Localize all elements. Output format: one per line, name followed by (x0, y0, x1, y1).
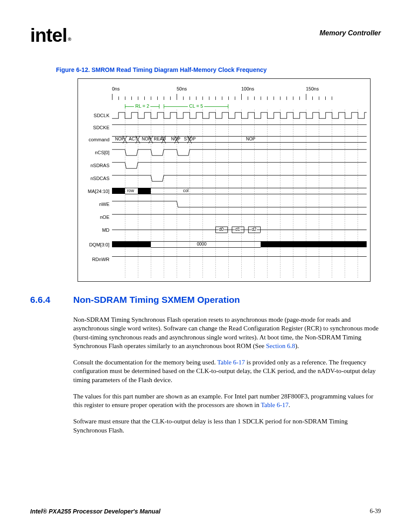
signal-command: command NOP ACT NOP READ NOP STOP NOP (78, 135, 367, 146)
registered-mark: ® (68, 37, 71, 42)
paragraph: Non-SDRAM Timing Synchronous Flash opera… (73, 315, 381, 350)
signal-sdcke: SDCKE (78, 123, 367, 134)
page-header: intel® Memory Controller (30, 26, 381, 45)
signal-sdclk: SDCLK (78, 111, 367, 122)
section-heading: 6.6.4 Non-SDRAM Timing SXMEM Operation (30, 295, 381, 305)
signal-nsdras: nSDRAS (78, 161, 367, 172)
paragraph: Consult the documentation for the memory… (73, 358, 381, 384)
paragraph: The values for this part number are show… (73, 392, 381, 410)
page: intel® Memory Controller Figure 6-12. SM… (0, 0, 411, 532)
signal-noe: nOE (78, 213, 367, 224)
signal-md: MD d0 d1 d2 (78, 226, 367, 237)
page-number: 6-39 (370, 508, 381, 515)
signal-ma: MA[24:10] row col (78, 187, 367, 198)
intel-logo: intel® (30, 26, 71, 45)
time-marker: 50ns (177, 86, 187, 91)
figure-caption: Figure 6-12. SMROM Read Timing Diagram H… (56, 66, 381, 73)
ref-link[interactable]: Table 6-17 (261, 401, 288, 408)
page-footer: Intel® PXA255 Processor Developer's Manu… (30, 508, 381, 515)
section-title: Non-SDRAM Timing SXMEM Operation (73, 295, 240, 305)
chapter-title: Memory Controller (320, 29, 381, 37)
time-scale: 0ns 50ns 100ns 150ns (112, 83, 367, 100)
paragraph: Software must ensure that the CLK-to-out… (73, 417, 381, 435)
logo-text: intel (30, 25, 67, 46)
footer-title: Intel® PXA255 Processor Developer's Manu… (30, 508, 160, 515)
body-text: Non-SDRAM Timing Synchronous Flash opera… (73, 315, 381, 435)
time-marker: 150ns (306, 86, 319, 91)
section-number: 6.6.4 (30, 295, 73, 305)
time-marker: 0ns (112, 86, 120, 91)
rl-annotation: RL = 2 (125, 103, 159, 109)
cl-annotation: CL = 5 (164, 103, 228, 109)
signal-rdnwr: RDnWR (78, 255, 367, 266)
signal-dqm: DQM[3:0] 0000 (78, 240, 367, 252)
timing-diagram: 0ns 50ns 100ns 150ns RL = 2 CL = 5 SDCLK (78, 78, 371, 282)
time-marker: 100ns (241, 86, 254, 91)
ref-link[interactable]: Section 6.8 (266, 342, 295, 349)
signal-ncs0: nCS[0] (78, 148, 367, 159)
signal-nwe: nWE (78, 200, 367, 211)
signal-nsdcas: nSDCAS (78, 174, 367, 185)
ref-link[interactable]: Table 6-17 (217, 359, 245, 366)
